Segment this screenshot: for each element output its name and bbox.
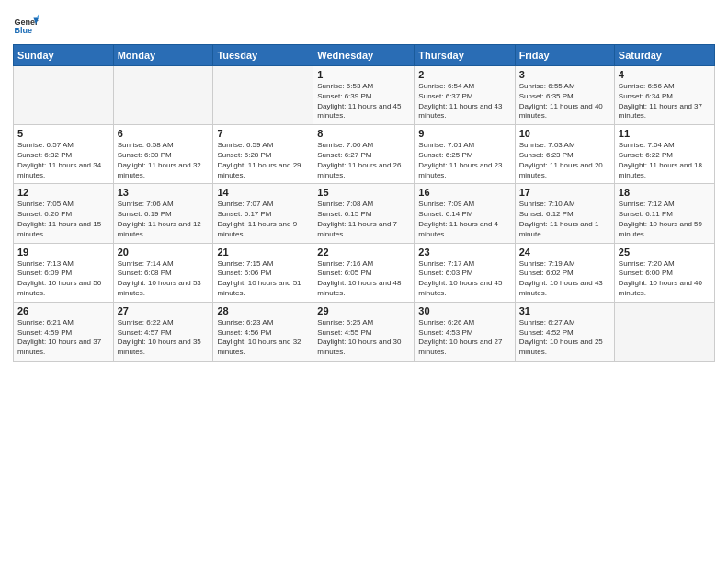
day-number: 20: [118, 247, 210, 258]
day-info: Sunrise: 7:17 AM Sunset: 6:03 PM Dayligh…: [418, 259, 510, 299]
day-number: 4: [619, 69, 711, 80]
logo-icon: General Blue: [13, 13, 39, 39]
day-info: Sunrise: 6:53 AM Sunset: 6:39 PM Dayligh…: [317, 82, 410, 121]
day-info: Sunrise: 7:05 AM Sunset: 6:20 PM Dayligh…: [17, 200, 109, 239]
calendar-cell: 24Sunrise: 7:19 AM Sunset: 6:02 PM Dayli…: [515, 243, 614, 302]
calendar-cell: 9Sunrise: 7:01 AM Sunset: 6:25 PM Daylig…: [415, 125, 515, 184]
weekday-header-row: SundayMondayTuesdayWednesdayThursdayFrid…: [14, 45, 715, 66]
day-info: Sunrise: 7:10 AM Sunset: 6:12 PM Dayligh…: [519, 200, 610, 239]
logo: General Blue: [13, 13, 42, 39]
calendar-cell: 6Sunrise: 6:58 AM Sunset: 6:30 PM Daylig…: [113, 125, 213, 184]
calendar-cell: [14, 66, 114, 125]
calendar-cell: 16Sunrise: 7:09 AM Sunset: 6:14 PM Dayli…: [415, 184, 515, 243]
weekday-header-sunday: Sunday: [14, 45, 114, 66]
day-info: Sunrise: 7:15 AM Sunset: 6:06 PM Dayligh…: [217, 259, 309, 299]
calendar-cell: 5Sunrise: 6:57 AM Sunset: 6:32 PM Daylig…: [14, 125, 114, 184]
calendar-cell: 10Sunrise: 7:03 AM Sunset: 6:23 PM Dayli…: [515, 125, 614, 184]
day-info: Sunrise: 7:16 AM Sunset: 6:05 PM Dayligh…: [317, 259, 410, 299]
calendar-cell: 29Sunrise: 6:25 AM Sunset: 4:55 PM Dayli…: [313, 302, 415, 361]
calendar-week-2: 5Sunrise: 6:57 AM Sunset: 6:32 PM Daylig…: [14, 125, 715, 184]
day-info: Sunrise: 6:59 AM Sunset: 6:28 PM Dayligh…: [217, 141, 309, 180]
calendar-cell: 1Sunrise: 6:53 AM Sunset: 6:39 PM Daylig…: [313, 66, 415, 125]
calendar-cell: 30Sunrise: 6:26 AM Sunset: 4:53 PM Dayli…: [415, 302, 515, 361]
calendar-cell: 13Sunrise: 7:06 AM Sunset: 6:19 PM Dayli…: [113, 184, 213, 243]
calendar-cell: 20Sunrise: 7:14 AM Sunset: 6:08 PM Dayli…: [113, 243, 213, 302]
weekday-header-tuesday: Tuesday: [213, 45, 313, 66]
day-info: Sunrise: 6:27 AM Sunset: 4:52 PM Dayligh…: [519, 318, 610, 358]
calendar-cell: 18Sunrise: 7:12 AM Sunset: 6:11 PM Dayli…: [614, 184, 714, 243]
header: General Blue: [13, 9, 715, 39]
calendar-cell: 15Sunrise: 7:08 AM Sunset: 6:15 PM Dayli…: [313, 184, 415, 243]
day-number: 2: [418, 69, 510, 80]
day-number: 24: [519, 247, 610, 258]
day-number: 11: [619, 128, 711, 139]
day-info: Sunrise: 7:19 AM Sunset: 6:02 PM Dayligh…: [519, 259, 610, 299]
day-info: Sunrise: 6:22 AM Sunset: 4:57 PM Dayligh…: [118, 318, 210, 358]
day-number: 27: [118, 305, 210, 316]
day-number: 25: [619, 247, 711, 258]
calendar-cell: 31Sunrise: 6:27 AM Sunset: 4:52 PM Dayli…: [515, 302, 614, 361]
calendar-cell: 26Sunrise: 6:21 AM Sunset: 4:59 PM Dayli…: [14, 302, 114, 361]
day-info: Sunrise: 7:14 AM Sunset: 6:08 PM Dayligh…: [118, 259, 210, 299]
day-number: 22: [317, 247, 410, 258]
day-info: Sunrise: 7:00 AM Sunset: 6:27 PM Dayligh…: [317, 141, 410, 180]
day-number: 18: [619, 187, 711, 198]
weekday-header-wednesday: Wednesday: [313, 45, 415, 66]
calendar-cell: 8Sunrise: 7:00 AM Sunset: 6:27 PM Daylig…: [313, 125, 415, 184]
calendar-week-3: 12Sunrise: 7:05 AM Sunset: 6:20 PM Dayli…: [14, 184, 715, 243]
page-container: General Blue SundayMondayTuesdayWednesda…: [0, 0, 728, 563]
day-number: 10: [519, 128, 610, 139]
calendar-cell: 22Sunrise: 7:16 AM Sunset: 6:05 PM Dayli…: [313, 243, 415, 302]
day-number: 14: [217, 187, 309, 198]
day-number: 7: [217, 128, 309, 139]
day-number: 16: [418, 187, 510, 198]
calendar-cell: 2Sunrise: 6:54 AM Sunset: 6:37 PM Daylig…: [415, 66, 515, 125]
day-number: 26: [17, 305, 109, 316]
day-number: 6: [118, 128, 210, 139]
day-info: Sunrise: 7:13 AM Sunset: 6:09 PM Dayligh…: [17, 259, 109, 299]
day-info: Sunrise: 7:08 AM Sunset: 6:15 PM Dayligh…: [317, 200, 410, 239]
day-info: Sunrise: 7:01 AM Sunset: 6:25 PM Dayligh…: [418, 141, 510, 180]
day-info: Sunrise: 6:25 AM Sunset: 4:55 PM Dayligh…: [317, 318, 410, 358]
calendar-cell: 27Sunrise: 6:22 AM Sunset: 4:57 PM Dayli…: [113, 302, 213, 361]
day-info: Sunrise: 7:20 AM Sunset: 6:00 PM Dayligh…: [619, 259, 711, 299]
calendar-cell: 28Sunrise: 6:23 AM Sunset: 4:56 PM Dayli…: [213, 302, 313, 361]
day-info: Sunrise: 6:55 AM Sunset: 6:35 PM Dayligh…: [519, 82, 610, 121]
day-number: 17: [519, 187, 610, 198]
weekday-header-monday: Monday: [113, 45, 213, 66]
weekday-header-saturday: Saturday: [614, 45, 714, 66]
day-number: 30: [418, 305, 510, 316]
day-number: 8: [317, 128, 410, 139]
calendar-cell: 7Sunrise: 6:59 AM Sunset: 6:28 PM Daylig…: [213, 125, 313, 184]
calendar-cell: [213, 66, 313, 125]
calendar-cell: 3Sunrise: 6:55 AM Sunset: 6:35 PM Daylig…: [515, 66, 614, 125]
weekday-header-friday: Friday: [515, 45, 614, 66]
day-number: 28: [217, 305, 309, 316]
day-number: 1: [317, 69, 410, 80]
day-number: 5: [17, 128, 109, 139]
day-number: 13: [118, 187, 210, 198]
day-info: Sunrise: 7:12 AM Sunset: 6:11 PM Dayligh…: [619, 200, 711, 239]
calendar-cell: [614, 302, 714, 361]
day-number: 21: [217, 247, 309, 258]
day-info: Sunrise: 6:56 AM Sunset: 6:34 PM Dayligh…: [619, 82, 711, 121]
calendar-cell: 14Sunrise: 7:07 AM Sunset: 6:17 PM Dayli…: [213, 184, 313, 243]
svg-text:Blue: Blue: [14, 26, 32, 35]
day-info: Sunrise: 6:26 AM Sunset: 4:53 PM Dayligh…: [418, 318, 510, 358]
calendar-cell: 12Sunrise: 7:05 AM Sunset: 6:20 PM Dayli…: [14, 184, 114, 243]
day-info: Sunrise: 6:57 AM Sunset: 6:32 PM Dayligh…: [17, 141, 109, 180]
calendar-table: SundayMondayTuesdayWednesdayThursdayFrid…: [13, 44, 715, 362]
calendar-cell: [113, 66, 213, 125]
day-number: 12: [17, 187, 109, 198]
calendar-cell: 23Sunrise: 7:17 AM Sunset: 6:03 PM Dayli…: [415, 243, 515, 302]
day-info: Sunrise: 6:54 AM Sunset: 6:37 PM Dayligh…: [418, 82, 510, 121]
day-number: 3: [519, 69, 610, 80]
calendar-week-5: 26Sunrise: 6:21 AM Sunset: 4:59 PM Dayli…: [14, 302, 715, 361]
calendar-cell: 21Sunrise: 7:15 AM Sunset: 6:06 PM Dayli…: [213, 243, 313, 302]
day-info: Sunrise: 7:06 AM Sunset: 6:19 PM Dayligh…: [118, 200, 210, 239]
day-number: 19: [17, 247, 109, 258]
calendar-week-1: 1Sunrise: 6:53 AM Sunset: 6:39 PM Daylig…: [14, 66, 715, 125]
calendar-cell: 25Sunrise: 7:20 AM Sunset: 6:00 PM Dayli…: [614, 243, 714, 302]
calendar-cell: 4Sunrise: 6:56 AM Sunset: 6:34 PM Daylig…: [614, 66, 714, 125]
day-info: Sunrise: 7:09 AM Sunset: 6:14 PM Dayligh…: [418, 200, 510, 239]
